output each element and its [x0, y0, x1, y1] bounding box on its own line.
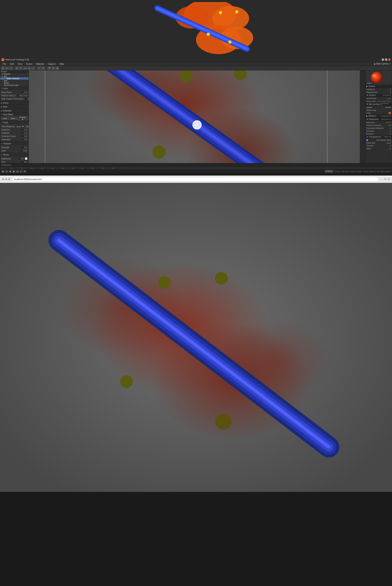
- contrast-center-row: Contrast Center: [1, 134, 28, 138]
- reflection-row: Reflection GGX ▼: [366, 121, 392, 124]
- right-texture-header[interactable]: ▶ Texture: [366, 85, 392, 88]
- menu-capture[interactable]: Capture: [46, 62, 57, 65]
- focus-header[interactable]: ▶ Focus: [0, 101, 28, 105]
- titlebar-left: Marmoset Toolbag 3.08: [2, 58, 29, 61]
- toolbar-btn-render[interactable]: ▶: [56, 66, 59, 70]
- scene-item-mesh[interactable]: Mesh: [0, 82, 28, 84]
- toolbar-btn-4[interactable]: ⊕: [15, 66, 19, 70]
- right-surface-header[interactable]: ▼ Surface Normals ▼: [366, 94, 392, 97]
- menu-edit[interactable]: Edit: [8, 62, 16, 65]
- step-fwd-btn[interactable]: ▷: [20, 170, 23, 173]
- svg-point-36: [219, 318, 329, 403]
- play-begin-btn[interactable]: ⏮: [2, 170, 4, 173]
- browser-bar: localhost:8080/preview.html ⋯ ↻ ⊡: [0, 175, 392, 183]
- browser-fullscreen-btn[interactable]: ⊡: [388, 178, 390, 181]
- toolbar-btn-8[interactable]: ⬚: [32, 66, 35, 70]
- scene-item-test[interactable]: test: [0, 80, 28, 82]
- right-diffusion-header[interactable]: ▶ Diffusion Lambertian ▼: [366, 114, 392, 118]
- scene-item-main-camera[interactable]: ▼ 📷 Main Camera: [0, 77, 28, 80]
- window-menubar: File Edit View Scene Material Capture He…: [0, 62, 392, 66]
- scene-item-directional-light[interactable]: Directional Light: [0, 84, 28, 86]
- right-reflectivity-header[interactable]: ▼ Reflectivity Metalness ▼: [366, 118, 392, 121]
- svg-point-35: [59, 257, 186, 358]
- stop-btn[interactable]: ■: [9, 170, 12, 173]
- toolbar-btn-2[interactable]: ↩: [5, 66, 9, 70]
- browser-dots: [2, 178, 10, 180]
- distortion-section: ▶ Distortion: [0, 109, 28, 113]
- menu-material[interactable]: Material: [34, 62, 46, 65]
- main-viewport[interactable]: [29, 70, 365, 163]
- menu-file[interactable]: File: [1, 62, 8, 65]
- channel-row: Channel A: [366, 144, 392, 147]
- top-preview-section: [0, 0, 392, 57]
- browser-url-bar[interactable]: localhost:8080/preview.html: [12, 177, 379, 181]
- bloom-size-input[interactable]: [20, 161, 27, 163]
- bloom-color-swatch[interactable]: [25, 157, 27, 160]
- tone-mapping-select[interactable]: Linear: [15, 125, 25, 128]
- svg-point-12: [228, 40, 232, 44]
- curves-button[interactable]: Curves...: [25, 125, 29, 128]
- contrast-row: Contrast: [1, 131, 28, 134]
- use-albedo-alpha-checkbox[interactable]: [366, 139, 368, 141]
- flare-section: ▶ Flare: [0, 105, 28, 109]
- menu-scene[interactable]: Scene: [24, 62, 34, 65]
- timeline-controls: ⏮ ◁ ■ ▶ ▷| ▷ ⟳ 0:00.01 Frames 399 FPS 30…: [0, 169, 392, 173]
- toolbar-btn-10[interactable]: ⊡: [42, 66, 45, 70]
- toolbar-btn-3[interactable]: ↪: [9, 66, 13, 70]
- step-back-btn[interactable]: ◁: [5, 170, 8, 173]
- loop-btn[interactable]: ⟳: [24, 170, 26, 173]
- right-transparency-header[interactable]: ▼ Transparency Dither ▼: [366, 135, 392, 139]
- toolbar-btn-capture[interactable]: 📷: [47, 66, 51, 70]
- browser-share-btn[interactable]: ⋯: [380, 178, 383, 181]
- fov-input[interactable]: [16, 94, 24, 97]
- load-button[interactable]: Load...: [2, 117, 9, 120]
- scene-label: Scene: [1, 70, 7, 73]
- save-button[interactable]: Save...: [10, 117, 18, 120]
- lens-section: ▼ Lens Near Plane Field of View (°) mm: [0, 86, 28, 101]
- color-body: Tone Mapping Linear Curves... Exposure C…: [0, 124, 28, 141]
- toolbar-btn-1[interactable]: ⊞: [1, 66, 5, 70]
- window-titlebar: Marmoset Toolbag 3.08: [0, 57, 392, 62]
- lens-header[interactable]: ▼ Lens: [0, 86, 28, 90]
- right-microsurface-header[interactable]: ▼ Microsurface Roughness ▼: [366, 103, 392, 106]
- toolbar-btn-7[interactable]: ◈: [27, 66, 31, 70]
- bloom-header[interactable]: ▼ Bloom: [0, 153, 28, 156]
- toolbar-btn-6[interactable]: ⊙: [23, 66, 27, 70]
- play-btn[interactable]: ▶: [12, 170, 15, 173]
- material-preview: Default: [366, 70, 392, 85]
- saturation-input[interactable]: [20, 138, 27, 141]
- scene-item-sky[interactable]: ▶ Sky: [0, 75, 28, 77]
- contrast-center-input[interactable]: [20, 135, 27, 137]
- close-button[interactable]: [388, 58, 390, 61]
- maximize-button[interactable]: [385, 58, 387, 61]
- near-plane-input[interactable]: [20, 91, 27, 93]
- frame-opacity-input[interactable]: [24, 97, 29, 100]
- browser-reload-btn[interactable]: ↻: [384, 178, 386, 181]
- sharpen-header[interactable]: ▼ Sharpen: [0, 142, 28, 145]
- minimize-button[interactable]: [382, 58, 384, 61]
- flare-header[interactable]: ▶ Flare: [0, 105, 28, 109]
- toolbar-btn-settings[interactable]: ⚙: [52, 66, 55, 70]
- exposure-input[interactable]: [20, 128, 27, 131]
- fps-value: 30.000: [350, 170, 356, 172]
- svg-point-31: [372, 74, 376, 77]
- sharpen-limit-input[interactable]: [20, 149, 27, 152]
- scene-item-render[interactable]: ▶ Render: [0, 73, 28, 75]
- app-icon: [2, 58, 4, 61]
- safe-frame-row: Safe Frame Frame Opaci:: [1, 97, 28, 100]
- toolbar-btn-5[interactable]: ✦: [19, 66, 23, 70]
- menu-help[interactable]: Help: [58, 62, 66, 65]
- albedo-color-swatch[interactable]: [388, 112, 391, 114]
- lens-body: Near Plane Field of View (°) mm Safe Fra…: [0, 90, 28, 101]
- sharpen-strength-input[interactable]: [20, 146, 27, 149]
- play-end-btn[interactable]: ▷|: [16, 170, 19, 173]
- presets-button[interactable]: Presets ▼: [18, 116, 27, 121]
- distortion-header[interactable]: ▶ Distortion: [0, 109, 28, 112]
- color-header[interactable]: ▼ Color: [0, 121, 28, 124]
- titlebar-controls[interactable]: [382, 58, 390, 61]
- svg-point-20: [152, 145, 166, 159]
- menu-view[interactable]: View: [16, 62, 24, 65]
- bloom-brightness-input[interactable]: [17, 157, 24, 160]
- contrast-input[interactable]: [20, 132, 27, 134]
- toolbar-btn-9[interactable]: ≡: [37, 66, 41, 70]
